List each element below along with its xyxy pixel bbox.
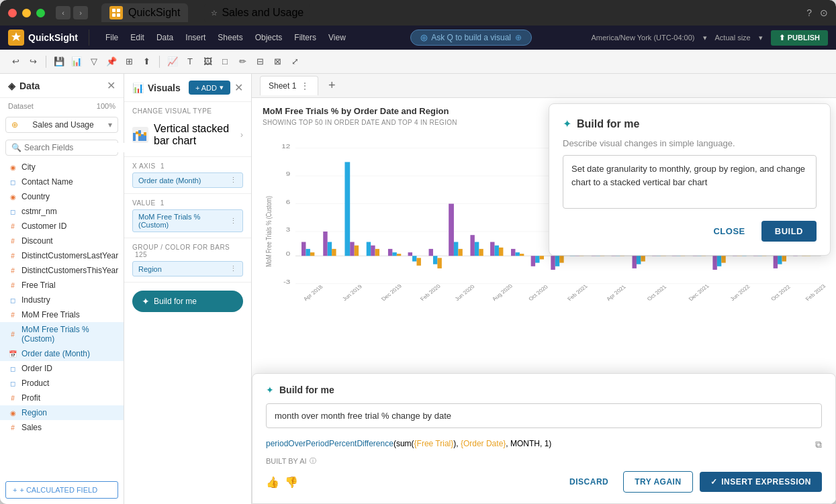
- x-axis-more-icon[interactable]: ⋮: [230, 176, 237, 185]
- layout-icon[interactable]: ⊠: [270, 54, 285, 69]
- grid-icon[interactable]: ⊟: [252, 54, 267, 69]
- insert-expression-button[interactable]: ✓ INSERT EXPRESSION: [700, 472, 822, 492]
- pen-icon[interactable]: ✏: [235, 54, 250, 69]
- field-mom-pct[interactable]: # MoM Free Trials % (Custom): [0, 322, 124, 346]
- field-distinct-last[interactable]: # DistinctCustomersLastYear: [0, 248, 124, 263]
- bar-chart-icon[interactable]: 📊: [69, 54, 84, 69]
- text-tool-icon[interactable]: T: [183, 54, 197, 69]
- data-panel: ◈ Data ✕ Dataset 100% ⊕ Sales and Usage …: [0, 74, 124, 504]
- build-for-me-textarea[interactable]: Set date granularity to monthly, group b…: [563, 155, 817, 209]
- svg-rect-59: [535, 256, 539, 262]
- group-chip[interactable]: Region ⋮: [132, 261, 243, 276]
- dataset-name: Sales and Usage: [32, 120, 93, 130]
- visuals-close-icon[interactable]: ✕: [234, 81, 243, 94]
- export-icon[interactable]: ⬆: [139, 54, 154, 69]
- svg-rect-32: [350, 242, 354, 256]
- dataset-selector[interactable]: ⊕ Sales and Usage ▾: [5, 117, 118, 133]
- x-axis-chip[interactable]: Order date (Month) ⋮: [132, 172, 243, 188]
- line-chart-icon[interactable]: 📈: [165, 54, 180, 69]
- add-sheet-button[interactable]: +: [324, 78, 340, 94]
- value-chip[interactable]: MoM Free Trials % (Custom) ⋮: [132, 209, 243, 232]
- menu-file[interactable]: File: [100, 30, 124, 45]
- menu-view[interactable]: View: [323, 30, 351, 45]
- thumbs-up-icon[interactable]: 👍: [266, 476, 279, 489]
- ask-q-button[interactable]: ◎ Ask Q to build a visual ⊕: [410, 30, 532, 46]
- image-icon[interactable]: 🖼: [200, 54, 215, 69]
- formula-function: periodOverPeriodPercentDifference: [266, 439, 393, 448]
- save-icon[interactable]: 💾: [52, 54, 66, 69]
- field-sales[interactable]: # Sales: [0, 420, 124, 435]
- box-icon[interactable]: □: [218, 54, 232, 69]
- field-industry[interactable]: ◻ Industry: [0, 293, 124, 307]
- value-count: 1: [160, 199, 165, 207]
- calculated-field-button[interactable]: + + CALCULATED FIELD: [5, 481, 118, 499]
- field-name: cstmr_nm: [21, 207, 57, 216]
- field-cstmr-nm[interactable]: ◻ cstmr_nm: [0, 204, 124, 219]
- field-city[interactable]: ◉ City: [0, 160, 124, 174]
- pin-icon[interactable]: 📌: [104, 54, 119, 69]
- svg-rect-73: [633, 256, 637, 268]
- expand-icon[interactable]: ⤢: [287, 54, 302, 69]
- app-tab[interactable]: QuickSight: [101, 3, 188, 22]
- popup-build-button[interactable]: BUILD: [761, 221, 817, 242]
- field-order-date[interactable]: 📅 Order date (Month): [0, 346, 124, 361]
- filter-icon[interactable]: ▽: [87, 54, 101, 69]
- try-again-button[interactable]: TRY AGAIN: [623, 471, 692, 493]
- add-visual-button[interactable]: + ADD ▾: [189, 81, 230, 95]
- text-icon[interactable]: ⊞: [122, 54, 136, 69]
- actual-size-selector[interactable]: Actual size: [715, 34, 751, 42]
- svg-rect-56: [515, 252, 519, 256]
- discard-button[interactable]: DISCARD: [561, 472, 616, 492]
- popup-close-button[interactable]: CLOSE: [704, 221, 754, 242]
- built-by-ai-info-icon[interactable]: ⓘ: [310, 456, 316, 466]
- field-profit[interactable]: # Profit: [0, 391, 124, 405]
- menu-sheets[interactable]: Sheets: [212, 30, 248, 45]
- menu-data[interactable]: Data: [151, 30, 179, 45]
- close-button[interactable]: [8, 9, 17, 17]
- svg-rect-28: [323, 232, 327, 256]
- redo-icon[interactable]: ↪: [26, 54, 40, 69]
- menu-edit[interactable]: Edit: [125, 30, 150, 45]
- sheet-tab-more-icon[interactable]: ⋮: [300, 81, 310, 91]
- nav-forward-button[interactable]: ›: [73, 6, 88, 19]
- menu-filters[interactable]: Filters: [289, 30, 322, 45]
- profile-icon[interactable]: ⊙: [820, 7, 828, 18]
- visual-type-row[interactable]: Vertical stacked bar chart ›: [132, 119, 243, 151]
- menu-insert[interactable]: Insert: [180, 30, 211, 45]
- data-panel-close[interactable]: ✕: [107, 79, 115, 92]
- field-customer-id[interactable]: # Customer ID: [0, 219, 124, 234]
- undo-icon[interactable]: ↩: [8, 54, 23, 69]
- nav-back-button[interactable]: ‹: [56, 6, 71, 19]
- info-icon[interactable]: ?: [806, 7, 812, 18]
- field-name: Profit: [21, 393, 40, 403]
- publish-button[interactable]: ⬆ PUBLISH: [771, 30, 828, 46]
- field-region[interactable]: ◉ Region: [0, 405, 124, 420]
- page-tab[interactable]: ☆ Sales and Usage: [204, 4, 310, 21]
- copy-formula-icon[interactable]: ⧉: [815, 439, 822, 450]
- field-contact-name[interactable]: ◻ Contact Name: [0, 174, 124, 189]
- maximize-button[interactable]: [36, 9, 45, 17]
- menu-objects[interactable]: Objects: [250, 30, 288, 45]
- field-product[interactable]: ◻ Product: [0, 376, 124, 391]
- timezone-display[interactable]: America/New York (UTC-04:00): [591, 34, 694, 42]
- svg-rect-51: [479, 249, 483, 256]
- sheet-1-tab[interactable]: Sheet 1 ⋮: [260, 76, 318, 95]
- data-panel-title: ◈ Data: [8, 81, 40, 91]
- field-distinct-this[interactable]: # DistinctCustomersThisYear: [0, 263, 124, 278]
- field-country[interactable]: ◉ Country: [0, 189, 124, 204]
- expression-input[interactable]: [266, 403, 822, 428]
- group-more-icon[interactable]: ⋮: [230, 264, 237, 273]
- page-tab-title: Sales and Usage: [222, 7, 304, 19]
- field-order-id[interactable]: ◻ Order ID: [0, 361, 124, 376]
- num-icon: #: [8, 221, 17, 231]
- search-input[interactable]: [24, 143, 125, 152]
- value-more-icon[interactable]: ⋮: [230, 217, 237, 225]
- svg-text:Feb 2020: Feb 2020: [419, 283, 442, 302]
- field-free-trial[interactable]: # Free Trial: [0, 278, 124, 293]
- build-for-me-button[interactable]: ✦ Build for me: [132, 291, 243, 312]
- field-discount[interactable]: # Discount: [0, 234, 124, 248]
- thumbs-down-icon[interactable]: 👎: [285, 476, 298, 489]
- field-mom-trials[interactable]: # MoM Free Trials: [0, 307, 124, 322]
- minimize-button[interactable]: [22, 9, 31, 17]
- svg-rect-61: [551, 256, 555, 270]
